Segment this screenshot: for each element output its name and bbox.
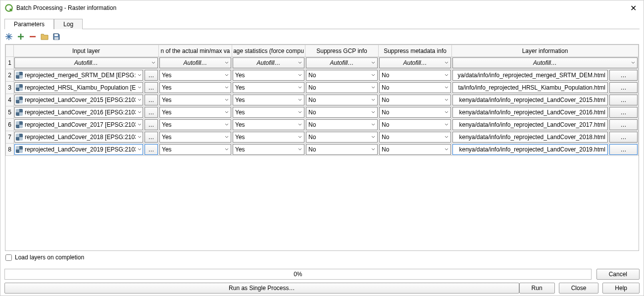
autofill-input[interactable]: Autofill… — [14, 57, 158, 68]
meta-select[interactable]: No — [379, 119, 451, 130]
input-layer-select[interactable]: reprojected_LandCover_2017 [EPSG:2103 — [14, 119, 143, 130]
autofill-stats[interactable]: Autofill… — [233, 57, 304, 68]
batch-processing-dialog: Batch Processing - Raster information ✕ … — [0, 0, 644, 296]
output-path-browse[interactable]: … — [609, 107, 638, 118]
autofill-gcp[interactable]: Autofill… — [306, 57, 378, 68]
gcp-select[interactable]: No — [306, 82, 378, 93]
gcp-select[interactable]: No — [306, 95, 378, 105]
advanced-options-icon[interactable] — [4, 32, 13, 41]
gcp-select[interactable]: No — [306, 144, 378, 155]
input-layer-select[interactable]: reprojected_LandCover_2015 [EPSG:2103 — [14, 95, 143, 105]
minmax-select[interactable]: Yes — [159, 70, 231, 81]
stats-select[interactable]: Yes — [233, 107, 304, 118]
output-path-browse[interactable]: … — [609, 144, 638, 155]
minmax-select[interactable]: Yes — [159, 107, 231, 118]
tab-parameters[interactable]: Parameters — [4, 19, 54, 29]
header-gcp[interactable]: Suppress GCP info — [305, 45, 379, 57]
output-path-browse[interactable]: … — [609, 95, 638, 105]
meta-select[interactable]: No — [379, 95, 451, 105]
output-path-browse[interactable]: … — [609, 132, 638, 143]
gcp-select[interactable]: No — [306, 132, 378, 143]
input-layer-browse[interactable]: … — [145, 95, 158, 105]
input-layer-browse[interactable]: … — [145, 70, 158, 81]
output-path-field[interactable]: kenya/data/info/info_reprojected_LandCov… — [452, 119, 608, 130]
meta-select[interactable]: No — [379, 82, 451, 93]
gcp-select[interactable]: No — [306, 70, 378, 81]
add-row-icon[interactable] — [16, 32, 25, 41]
minmax-select[interactable]: Yes — [159, 95, 231, 105]
run-button[interactable]: Run — [519, 283, 555, 294]
open-file-icon[interactable] — [40, 32, 49, 41]
minmax-select[interactable]: Yes — [159, 144, 231, 155]
stats-select[interactable]: Yes — [233, 95, 304, 105]
load-layers-checkbox[interactable] — [5, 254, 12, 261]
input-layer-browse[interactable]: … — [145, 119, 158, 130]
input-layer-browse[interactable]: … — [145, 132, 158, 143]
tab-log[interactable]: Log — [54, 19, 83, 29]
row-number: 3 — [6, 82, 14, 94]
stats-select[interactable]: Yes — [233, 132, 304, 143]
output-path-field[interactable]: ta/info/info_reprojected_HRSL_Kiambu_Pop… — [452, 82, 608, 93]
input-layer-select[interactable]: reprojected_HRSL_Kiambu_Population [E — [14, 82, 143, 93]
output-path-field[interactable]: kenya/data/info/info_reprojected_LandCov… — [452, 132, 608, 143]
header-stats[interactable]: age statistics (force compu — [232, 45, 305, 57]
gcp-select[interactable]: No — [306, 107, 378, 118]
run-single-button[interactable]: Run as Single Process… — [4, 283, 519, 294]
close-button[interactable]: Close — [559, 283, 599, 294]
autofill-info[interactable]: Autofill… — [452, 57, 638, 68]
footer: 0% Cancel Run as Single Process… Run Clo… — [0, 267, 644, 296]
output-path-field[interactable]: kenya/data/info/info_reprojected_LandCov… — [452, 107, 608, 118]
save-icon[interactable] — [52, 32, 61, 41]
meta-select[interactable]: No — [379, 70, 451, 81]
meta-select[interactable]: No — [379, 132, 451, 143]
input-layer-browse[interactable]: … — [145, 107, 158, 118]
close-icon[interactable]: ✕ — [627, 3, 640, 13]
input-layer-browse[interactable]: … — [145, 144, 158, 155]
autofill-minmax[interactable]: Autofill… — [159, 57, 231, 68]
stats-select[interactable]: Yes — [233, 70, 304, 81]
stats-select[interactable]: Yes — [233, 144, 304, 155]
output-path-browse[interactable]: … — [609, 70, 638, 81]
table-row: 3reprojected_HRSL_Kiambu_Population [E…Y… — [6, 82, 639, 94]
remove-row-icon[interactable] — [28, 32, 37, 41]
help-button[interactable]: Help — [602, 283, 640, 294]
stats-select[interactable]: Yes — [233, 82, 304, 93]
table-row: 7reprojected_LandCover_2018 [EPSG:2103…Y… — [6, 131, 639, 144]
cancel-button[interactable]: Cancel — [596, 269, 640, 280]
row-number: 6 — [6, 119, 14, 131]
input-layer-browse[interactable]: … — [145, 82, 158, 93]
header-meta[interactable]: Suppress metadata info — [379, 45, 452, 57]
minmax-select[interactable]: Yes — [159, 119, 231, 130]
svg-rect-6 — [54, 34, 58, 36]
load-layers-row: Load layers on completion — [4, 251, 640, 264]
header-row: Input layer n of the actual min/max va a… — [6, 45, 639, 57]
row-number: 4 — [6, 94, 14, 106]
table-row: 2reprojected_merged_SRTM_DEM [EPSG:2…Yes… — [6, 69, 639, 82]
input-layer-select[interactable]: reprojected_LandCover_2019 [EPSG:2103 — [14, 144, 143, 155]
minmax-select[interactable]: Yes — [159, 132, 231, 143]
output-path-field[interactable]: kenya/data/info/info_reprojected_LandCov… — [452, 95, 608, 105]
gcp-select[interactable]: No — [306, 119, 378, 130]
row-number: 7 — [6, 131, 14, 144]
input-layer-text: reprojected_LandCover_2019 [EPSG:2103 — [25, 146, 136, 153]
input-layer-select[interactable]: reprojected_LandCover_2018 [EPSG:2103 — [14, 132, 143, 143]
table-row: 6reprojected_LandCover_2017 [EPSG:2103…Y… — [6, 119, 639, 131]
input-layer-select[interactable]: reprojected_LandCover_2016 [EPSG:2103 — [14, 107, 143, 118]
output-path-browse[interactable]: … — [609, 119, 638, 130]
tab-bar: Parameters Log — [4, 18, 640, 29]
table-row: 8reprojected_LandCover_2019 [EPSG:2103…Y… — [6, 144, 639, 156]
load-layers-label: Load layers on completion — [15, 254, 84, 261]
raster-layer-icon — [16, 121, 23, 128]
output-path-browse[interactable]: … — [609, 82, 638, 93]
output-path-field[interactable]: ya/data/info/info_reprojected_merged_SRT… — [452, 70, 608, 81]
minmax-select[interactable]: Yes — [159, 82, 231, 93]
header-minmax[interactable]: n of the actual min/max va — [159, 45, 232, 57]
header-input[interactable]: Input layer — [14, 45, 159, 57]
input-layer-select[interactable]: reprojected_merged_SRTM_DEM [EPSG:2 — [14, 70, 143, 81]
output-path-field[interactable]: kenya/data/info/info_reprojected_LandCov… — [452, 144, 608, 155]
meta-select[interactable]: No — [379, 144, 451, 155]
stats-select[interactable]: Yes — [233, 119, 304, 130]
header-info[interactable]: Layer information — [452, 45, 639, 57]
autofill-meta[interactable]: Autofill… — [379, 57, 451, 68]
meta-select[interactable]: No — [379, 107, 451, 118]
